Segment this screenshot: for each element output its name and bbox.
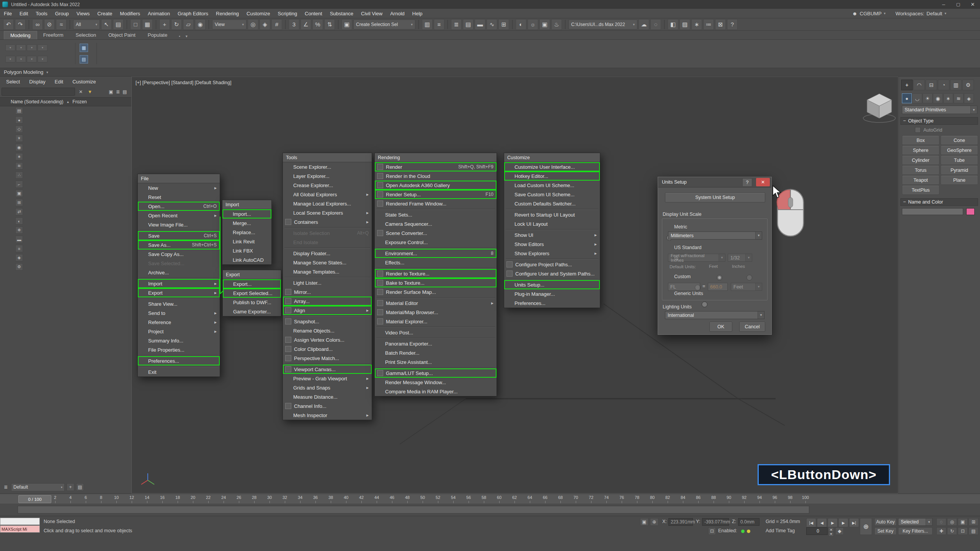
- render-setup-icon[interactable]: ☼: [528, 19, 538, 30]
- menu-item-archive[interactable]: Archive...: [138, 268, 220, 277]
- object-button-pyramid[interactable]: Pyramid: [941, 165, 978, 175]
- menu-item-save-custom-ui-scheme[interactable]: Save Custom UI Scheme...: [504, 190, 600, 199]
- select-and-scale-icon[interactable]: ▱: [183, 19, 194, 30]
- orbit-icon[interactable]: ↻: [947, 527, 957, 535]
- reference-coordinate-system-dropdown[interactable]: View▾: [212, 20, 247, 29]
- menu-item-share-view[interactable]: Share View...: [138, 299, 220, 308]
- render-in-cloud-icon[interactable]: ☁: [639, 19, 649, 30]
- object-button-torus[interactable]: Torus: [902, 165, 939, 175]
- menu-item-show-ui[interactable]: Show UI▸: [504, 230, 600, 240]
- coordinate-y-field[interactable]: -393.077mm: [702, 518, 729, 526]
- menu-item-array[interactable]: Array...: [283, 297, 372, 306]
- menu-item-video-post[interactable]: Video Post...: [375, 328, 497, 337]
- curve-editor-icon[interactable]: ∿: [487, 19, 497, 30]
- menu-item-compare-media-in-ram-player[interactable]: Compare Media in RAM Player...: [375, 387, 497, 396]
- angle-snap-toggle-icon[interactable]: ∠: [301, 19, 311, 30]
- menu-item-scene-explorer[interactable]: Scene Explorer...: [283, 162, 372, 171]
- menubar-item-group[interactable]: Group: [51, 9, 73, 18]
- menu-item-custom-defaults-switcher[interactable]: Custom Defaults Switcher...: [504, 199, 600, 208]
- menu-item-units-setup[interactable]: Units Setup...: [504, 280, 600, 289]
- layer-list-icon[interactable]: ▤: [76, 483, 84, 491]
- viewport-label[interactable]: [+] [Perspective] [Standard] [Default Sh…: [136, 80, 232, 85]
- menu-item-hotkey-editor[interactable]: Hotkey Editor...: [504, 171, 600, 181]
- menu-item-open-autodesk-a360-gallery[interactable]: Open Autodesk A360 Gallery: [375, 181, 497, 190]
- menu-item-link-fbx[interactable]: Link FBX: [222, 246, 271, 255]
- unlink-selection-icon[interactable]: ⊘: [44, 19, 55, 30]
- rendered-frame-window-icon[interactable]: ▣: [539, 19, 550, 30]
- menu-item-lock-ui-layout[interactable]: Lock UI Layout: [504, 219, 600, 228]
- substance-toolbar-icon[interactable]: ▨: [679, 19, 690, 30]
- menu-item-open[interactable]: Open...Ctrl+O: [138, 202, 220, 211]
- display-particles-icon[interactable]: ∴: [15, 171, 23, 179]
- coordinate-x-field[interactable]: 223.391mm: [668, 518, 693, 526]
- selection-filter-dropdown[interactable]: All▾: [73, 20, 100, 29]
- select-and-place-icon[interactable]: ◉: [195, 19, 206, 30]
- menu-item-manage-local-explorers[interactable]: Manage Local Explorers...: [283, 199, 372, 208]
- tab-selection[interactable]: Selection: [70, 31, 102, 39]
- menu-title-export[interactable]: Export: [223, 270, 281, 279]
- menu-item-effects[interactable]: Effects...: [375, 258, 497, 267]
- percent-snap-toggle-icon[interactable]: %: [312, 19, 323, 30]
- explorer-menu-edit[interactable]: Edit: [51, 78, 67, 85]
- menu-item-file-properties[interactable]: File Properties...: [138, 345, 220, 354]
- column-settings-icon[interactable]: ▤: [121, 88, 128, 95]
- menubar-item-edit[interactable]: Edit: [16, 9, 32, 18]
- menu-item-merge[interactable]: Merge...: [222, 218, 271, 228]
- coordinate-z-field[interactable]: 0.0mm: [738, 518, 760, 526]
- maxscript-mini-listener[interactable]: MAXScript Mi: [0, 525, 40, 533]
- object-name-field[interactable]: [902, 208, 963, 215]
- menu-item-preview-grab-viewport[interactable]: Preview - Grab Viewport▸: [283, 374, 372, 383]
- menu-item-import[interactable]: Import▸: [138, 279, 220, 288]
- object-button-geosphere[interactable]: GeoSphere: [941, 145, 978, 155]
- menu-item-measure-distance[interactable]: Measure Distance...: [283, 392, 372, 401]
- display-geometry-icon[interactable]: ●: [15, 116, 23, 124]
- menubar-item-help[interactable]: Help: [408, 9, 426, 18]
- toggle-scene-explorer-icon[interactable]: ≣: [451, 19, 462, 30]
- display-all-icon[interactable]: ▤: [15, 107, 23, 114]
- menu-item-light-lister[interactable]: Light Lister...: [283, 278, 372, 287]
- mirror-icon[interactable]: ▥: [422, 19, 433, 30]
- menu-item-material-explorer[interactable]: Material Explorer...: [375, 317, 497, 326]
- menu-item-show-explorers[interactable]: Show Explorers▸: [504, 249, 600, 258]
- civil-view-toolbar-icon[interactable]: ◧: [668, 19, 678, 30]
- track-bar[interactable]: 0 / 100 02468101214161820222426283032343…: [0, 494, 980, 504]
- geometry-category[interactable]: ●: [902, 93, 912, 103]
- object-button-tube[interactable]: Tube: [941, 155, 978, 165]
- menubar-item-customize[interactable]: Customize: [243, 9, 274, 18]
- menu-item-state-sets[interactable]: State Sets...: [375, 210, 497, 219]
- display-tab[interactable]: ▥: [950, 80, 962, 90]
- spinner-up-icon[interactable]: ▲: [828, 527, 834, 532]
- absolute-mode-transform-toggle[interactable]: ⊕: [650, 518, 658, 526]
- auto-key-button[interactable]: Auto Key: [874, 518, 897, 526]
- menu-item-send-to[interactable]: Send to▸: [138, 308, 220, 318]
- menubar-item-substance[interactable]: Substance: [326, 9, 357, 18]
- maximize-viewport-toggle-icon[interactable]: ⊡: [958, 527, 968, 535]
- menu-title-import[interactable]: Import: [222, 200, 271, 209]
- menu-item-color-clipboard[interactable]: Color Clipboard...: [283, 344, 372, 354]
- workspaces-selector[interactable]: Workspaces: Default ▾: [895, 11, 946, 16]
- display-helpers-icon[interactable]: ∗: [15, 153, 23, 160]
- go-to-start-button[interactable]: |◀: [806, 518, 816, 527]
- menu-item-crease-explorer[interactable]: Crease Explorer...: [283, 181, 372, 190]
- active-layer-dropdown[interactable]: Default ▾: [11, 483, 65, 491]
- toggle-ribbon-icon[interactable]: ▬: [475, 19, 485, 30]
- zoom-region-icon[interactable]: ⊞: [969, 518, 978, 526]
- ribbon-swatch-button[interactable]: ▾: [38, 44, 47, 51]
- maximize-button[interactable]: ▢: [951, 0, 965, 9]
- edit-named-selection-sets-icon[interactable]: ▣: [341, 19, 352, 30]
- explorer-menu-display[interactable]: Display: [25, 78, 49, 85]
- ribbon-swatch-button[interactable]: ▾: [27, 56, 37, 62]
- primitives-category-dropdown[interactable]: Standard Primitives ▼: [902, 106, 977, 114]
- menubar-item-arnold[interactable]: Arnold: [386, 9, 408, 18]
- select-and-rotate-icon[interactable]: ↻: [171, 19, 182, 30]
- ribbon-swatch-button[interactable]: ▾: [27, 44, 37, 51]
- menu-item-mesh-inspector[interactable]: Mesh Inspector▸: [283, 411, 372, 420]
- zoom-all-icon[interactable]: ◎: [947, 518, 957, 526]
- display-cameras-icon[interactable]: ◉: [15, 144, 23, 151]
- menu-item-batch-render[interactable]: Batch Render...: [375, 348, 497, 357]
- menu-item-snapshot[interactable]: Snapshot...: [283, 317, 372, 326]
- column-header-frozen[interactable]: Frozen: [72, 99, 87, 104]
- ribbon-swatch-button[interactable]: ▾: [38, 56, 47, 62]
- play-animation-button[interactable]: ▶: [828, 518, 838, 527]
- helpers-category[interactable]: ∗: [943, 93, 953, 103]
